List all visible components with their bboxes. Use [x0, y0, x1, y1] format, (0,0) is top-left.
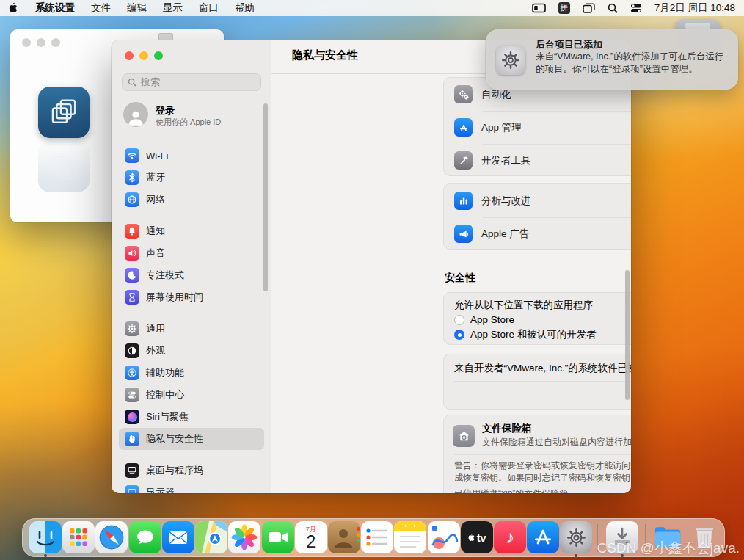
- automation-gears-icon: [454, 85, 473, 103]
- sidebar-item-notifications[interactable]: 通知: [119, 220, 264, 242]
- inactive-zoom-button[interactable]: [51, 38, 60, 47]
- notification-title: 后台项目已添加: [536, 38, 602, 51]
- screen-mirroring-icon[interactable]: [532, 3, 546, 13]
- desktop: 系统设置 文件 编辑 显示 窗口 帮助 拼 7月2日 周日 10:48: [0, 0, 744, 560]
- notification-banner[interactable]: 后台项目已添加 来自“VMware, Inc.”的软件添加了可在后台运行的项目。…: [486, 29, 738, 90]
- stage-manager-icon[interactable]: [583, 3, 595, 13]
- sidebar-item-siri[interactable]: Siri与聚焦: [119, 406, 264, 428]
- filevault-title: 文件保险箱: [482, 422, 532, 435]
- radio-off-icon[interactable]: [454, 315, 464, 325]
- dock-music-icon[interactable]: ♪: [494, 521, 526, 553]
- control-center-icon[interactable]: [630, 3, 642, 13]
- dock-contacts-icon[interactable]: [328, 521, 360, 553]
- accessibility-icon: [125, 366, 139, 380]
- sidebar-item-general[interactable]: 通用: [119, 318, 264, 340]
- search-placeholder: 搜索: [141, 76, 160, 89]
- main-scrollbar[interactable]: [625, 270, 630, 400]
- downloads-label: 允许从以下位置下载的应用程序: [454, 299, 593, 312]
- login-label[interactable]: 登录: [156, 104, 175, 117]
- sidebar-item-appearance[interactable]: 外观: [119, 340, 264, 362]
- toggles-icon: [125, 388, 139, 402]
- sidebar-item-control-center[interactable]: 控制中心: [119, 384, 264, 406]
- hand-icon: [125, 432, 139, 446]
- menu-bar: 系统设置 文件 编辑 显示 窗口 帮助 拼 7月2日 周日 10:48: [0, 0, 744, 16]
- sidebar-item-sound[interactable]: 声音: [119, 242, 264, 264]
- wifi-icon: [125, 148, 139, 163]
- gear-icon: [125, 321, 139, 336]
- radio-identified-developers[interactable]: App Store 和被认可的开发者: [454, 328, 597, 341]
- system-settings-window: 搜索 登录 使用你的 Apple ID Wi-Fi 蓝牙 网络: [112, 40, 631, 493]
- close-button[interactable]: [125, 51, 134, 60]
- dock-safari-icon[interactable]: [95, 521, 128, 553]
- page-title: 隐私与安全性: [292, 48, 358, 62]
- inactive-minimize-button[interactable]: [37, 38, 45, 47]
- display-icon: [125, 485, 139, 493]
- menu-window[interactable]: 窗口: [199, 1, 219, 15]
- dock-reminders-icon[interactable]: [361, 521, 393, 553]
- sidebar-item-focus[interactable]: 专注模式: [119, 264, 264, 286]
- privacy-group-card: 自动化 › App 管理 › 开发者工具 ›: [443, 77, 631, 176]
- globe-icon: [125, 192, 139, 207]
- speaker-icon: [125, 246, 139, 261]
- dock-facetime-icon[interactable]: [262, 521, 294, 553]
- row-analytics[interactable]: 分析与改进 ›: [444, 184, 631, 217]
- filevault-icon: [453, 425, 475, 447]
- appearance-icon: [125, 343, 139, 358]
- minimize-button[interactable]: [139, 51, 148, 60]
- apple-id-subtitle: 使用你的 Apple ID: [156, 117, 221, 128]
- dock-mail-icon[interactable]: [162, 521, 194, 553]
- hammer-icon: [454, 151, 473, 170]
- dock-app-store-icon[interactable]: [527, 521, 559, 553]
- privacy-security-pane: 隐私与安全性 自动化 › App 管理 › 开发者工具: [271, 40, 631, 493]
- menu-view[interactable]: 显示: [163, 1, 183, 15]
- menu-app-name[interactable]: 系统设置: [35, 1, 75, 15]
- moon-icon: [125, 268, 139, 283]
- dock-photos-icon[interactable]: [228, 521, 260, 553]
- avatar[interactable]: [123, 102, 148, 127]
- dock-tv-icon[interactable]: tv: [461, 521, 493, 553]
- input-method-icon[interactable]: 拼: [558, 2, 570, 14]
- gatekeeper-card: 允许从以下位置下载的应用程序 App Store App Store 和被认可的…: [443, 292, 631, 345]
- dock-maps-icon[interactable]: [195, 521, 227, 553]
- filevault-warning: 警告：你将需要登录密码或恢复密钥才能访问数据。在此设置过程中，会自动生成恢复密钥…: [454, 459, 631, 485]
- megaphone-icon: [454, 225, 473, 243]
- dock-messages-icon[interactable]: [129, 521, 161, 553]
- filevault-desc: 文件保险箱通过自动对磁盘内容进行加密来保护磁盘上的数据。: [482, 436, 631, 448]
- dock-notes-icon[interactable]: [394, 521, 426, 553]
- row-apple-ads[interactable]: Apple 广告 ›: [444, 217, 631, 250]
- dock-settings-icon[interactable]: [560, 521, 592, 553]
- vmware-icon-reflection: [38, 141, 90, 192]
- menu-help[interactable]: 帮助: [235, 1, 255, 15]
- sidebar-item-displays[interactable]: 显示器: [119, 481, 264, 493]
- sidebar-item-network[interactable]: 网络: [119, 189, 264, 211]
- radio-app-store[interactable]: App Store: [454, 314, 514, 325]
- hourglass-icon: [125, 290, 139, 305]
- sidebar-item-screen-time[interactable]: 屏幕使用时间: [119, 286, 264, 308]
- dock-launchpad-icon[interactable]: [62, 521, 95, 553]
- notification-body: 来自“VMware, Inc.”的软件添加了可在后台运行的项目。你可以在“登录项…: [536, 51, 728, 76]
- sidebar-item-bluetooth[interactable]: 蓝牙: [119, 167, 264, 189]
- menu-edit[interactable]: 编辑: [127, 1, 147, 15]
- menu-clock[interactable]: 7月2日 周日 10:48: [654, 1, 735, 15]
- inactive-close-button[interactable]: [22, 38, 31, 47]
- sidebar-item-desktop-dock[interactable]: 桌面与程序坞: [119, 459, 264, 481]
- vmware-fusion-app-icon[interactable]: [38, 87, 90, 138]
- sidebar-item-wifi[interactable]: Wi-Fi: [119, 145, 264, 167]
- row-app-management[interactable]: App 管理 ›: [444, 111, 631, 144]
- sidebar-item-accessibility[interactable]: 辅助功能: [119, 362, 264, 384]
- running-indicator: [575, 554, 577, 557]
- row-developer-tools[interactable]: 开发者工具 ›: [444, 144, 631, 177]
- sidebar-item-privacy-security[interactable]: 隐私与安全性: [119, 428, 264, 450]
- spotlight-icon[interactable]: [608, 3, 618, 13]
- zoom-button[interactable]: [154, 51, 163, 60]
- search-input[interactable]: 搜索: [122, 73, 261, 91]
- dock-freeform-icon[interactable]: [428, 521, 460, 553]
- menu-file[interactable]: 文件: [91, 1, 111, 15]
- running-indicator: [44, 554, 47, 557]
- blocked-software-card: 来自开发者“VMware, Inc.”的系统软件已被阻止载入。 允许: [443, 354, 631, 410]
- radio-on-icon[interactable]: [454, 330, 464, 340]
- apple-menu-icon[interactable]: [9, 2, 19, 14]
- dock-calendar-icon[interactable]: 7月 2: [295, 521, 327, 553]
- watermark: CSDN @小鑫不会java.: [597, 539, 740, 558]
- dock-finder-icon[interactable]: [29, 521, 62, 553]
